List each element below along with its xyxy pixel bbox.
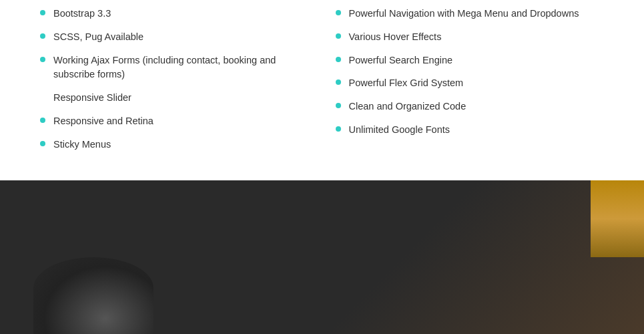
feature-text: Various Hover Effects: [349, 30, 442, 45]
bullet-icon: [40, 141, 45, 146]
two-column-layout: Bootstrap 3.3SCSS, Pug AvailableWorking …: [40, 7, 604, 160]
list-item: SCSS, Pug Available: [40, 30, 309, 45]
content-section: Bootstrap 3.3SCSS, Pug AvailableWorking …: [0, 0, 644, 180]
left-feature-list: Bootstrap 3.3SCSS, Pug AvailableWorking …: [40, 7, 309, 152]
list-item: Powerful Navigation with Mega Menu and D…: [336, 7, 605, 21]
bullet-placeholder: [40, 94, 45, 100]
left-column: Bootstrap 3.3SCSS, Pug AvailableWorking …: [40, 7, 309, 160]
feature-text: Powerful Navigation with Mega Menu and D…: [349, 7, 579, 21]
list-item: Powerful Flex Grid System: [336, 76, 605, 91]
bullet-icon: [40, 33, 45, 39]
feature-text: Sticky Menus: [53, 138, 111, 152]
feature-text: Clean and Organized Code: [349, 100, 466, 114]
feature-text: Unlimited Google Fonts: [349, 123, 450, 138]
bullet-icon: [336, 79, 341, 85]
gold-accent: [591, 180, 644, 257]
feature-text: Responsive Slider: [53, 91, 131, 106]
list-item: Various Hover Effects: [336, 30, 605, 45]
bullet-icon: [40, 118, 45, 123]
list-item: Responsive and Retina: [40, 114, 309, 129]
feature-text: Bootstrap 3.3: [53, 7, 111, 21]
right-column: Powerful Navigation with Mega Menu and D…: [336, 7, 605, 160]
bullet-icon: [336, 103, 341, 108]
list-item: Clean and Organized Code: [336, 100, 605, 114]
bullet-icon: [336, 126, 341, 132]
list-item: Responsive Slider: [40, 91, 309, 106]
list-item: Powerful Search Engine: [336, 53, 605, 68]
dark-section: [0, 180, 644, 334]
bullet-icon: [40, 10, 45, 15]
bullet-icon: [336, 33, 341, 39]
feature-text: SCSS, Pug Available: [53, 30, 143, 45]
bullet-icon: [40, 57, 45, 62]
bullet-icon: [336, 57, 341, 62]
page-wrapper: Bootstrap 3.3SCSS, Pug AvailableWorking …: [0, 0, 644, 334]
feature-text: Working Ajax Forms (including contact, b…: [53, 53, 309, 83]
feature-text: Responsive and Retina: [53, 114, 153, 129]
feature-text: Powerful Flex Grid System: [349, 76, 464, 91]
person-image: [33, 257, 153, 334]
list-item: Unlimited Google Fonts: [336, 123, 605, 138]
list-item: Sticky Menus: [40, 138, 309, 152]
bullet-icon: [336, 10, 341, 15]
right-feature-list: Powerful Navigation with Mega Menu and D…: [336, 7, 605, 138]
list-item: Bootstrap 3.3: [40, 7, 309, 21]
silhouette: [33, 257, 153, 334]
feature-text: Powerful Search Engine: [349, 53, 453, 68]
list-item: Working Ajax Forms (including contact, b…: [40, 53, 309, 83]
